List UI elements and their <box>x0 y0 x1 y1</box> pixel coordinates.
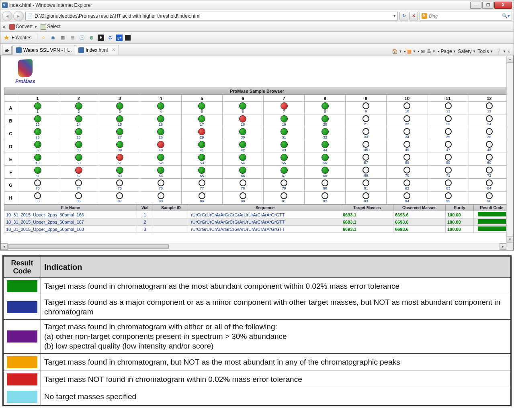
tab-index[interactable]: index.html ✕ <box>75 45 119 55</box>
table-row[interactable]: 10_31_2015_Upper_2pps_50pmol_1672rUrCrGr… <box>4 218 510 226</box>
address-bar[interactable]: 📄 D:\Oligionucleotides\Promass results\H… <box>25 12 398 20</box>
select-button[interactable]: Select <box>41 24 60 30</box>
fav-shortcut-1[interactable]: ☆ <box>40 34 47 41</box>
well-cell[interactable]: 74 <box>58 179 99 192</box>
horizontal-scrollbar[interactable]: ◄ ► <box>1 243 506 250</box>
scroll-thumb[interactable] <box>8 244 169 249</box>
help-button[interactable]: ❔▼ <box>495 48 506 55</box>
well-cell[interactable]: 42 <box>222 140 263 153</box>
well-cell[interactable]: 12 <box>469 102 510 114</box>
fav-shortcut-10[interactable] <box>125 35 131 41</box>
fav-shortcut-2[interactable]: ◉ <box>49 34 57 41</box>
well-cell[interactable]: 45 <box>346 140 387 153</box>
well-cell[interactable]: 9 <box>346 102 387 114</box>
pdf-toolbar-close[interactable]: ✕ <box>2 24 6 30</box>
col-sample-id[interactable]: Sample ID <box>153 205 189 211</box>
well-cell[interactable]: 36 <box>469 127 510 140</box>
well-cell[interactable]: 81 <box>346 179 387 192</box>
feeds-button[interactable]: ▦▼ <box>407 49 416 54</box>
well-cell[interactable]: 30 <box>222 127 263 140</box>
well-cell[interactable]: 73 <box>17 179 58 192</box>
well-cell[interactable]: 21 <box>346 114 387 127</box>
page-menu[interactable]: Page▼ <box>441 49 457 54</box>
well-cell[interactable]: 69 <box>346 166 387 179</box>
well-cell[interactable]: 55 <box>263 153 304 166</box>
well-cell[interactable]: 51 <box>99 153 140 166</box>
well-cell[interactable]: 82 <box>387 179 428 192</box>
well-cell[interactable]: 90 <box>222 192 263 204</box>
well-cell[interactable]: 54 <box>222 153 263 166</box>
home-button[interactable]: 🏠▼ <box>392 49 402 54</box>
well-cell[interactable]: 78 <box>222 179 263 192</box>
well-cell[interactable]: 75 <box>99 179 140 192</box>
quick-tabs-button[interactable]: ⊞▾ <box>2 46 12 55</box>
well-cell[interactable]: 25 <box>17 127 58 140</box>
scroll-right-icon[interactable]: ► <box>500 243 506 250</box>
well-cell[interactable]: 28 <box>140 127 181 140</box>
well-cell[interactable]: 4 <box>140 102 181 114</box>
search-box[interactable]: Bing 🔍▾ <box>420 12 512 20</box>
well-cell[interactable]: 18 <box>222 114 263 127</box>
well-cell[interactable]: 50 <box>58 153 99 166</box>
well-cell[interactable]: 26 <box>58 127 99 140</box>
maximize-button[interactable]: ❐ <box>482 2 494 9</box>
well-cell[interactable]: 24 <box>469 114 510 127</box>
well-cell[interactable]: 47 <box>428 140 469 153</box>
chevron-right-icon[interactable]: » <box>508 49 510 54</box>
well-cell[interactable]: 92 <box>305 192 346 204</box>
table-row[interactable]: 10_31_2015_Upper_2pps_50pmol_1683rUrCrGr… <box>4 226 510 233</box>
well-cell[interactable]: 38 <box>58 140 99 153</box>
well-cell[interactable]: 89 <box>181 192 222 204</box>
well-cell[interactable]: 94 <box>387 192 428 204</box>
scroll-up-icon[interactable]: ▲ <box>507 56 513 63</box>
well-cell[interactable]: 40 <box>140 140 181 153</box>
col-sequence[interactable]: Sequence <box>189 205 341 211</box>
minimize-button[interactable]: ─ <box>470 2 481 9</box>
print-button[interactable]: 🖶▼ <box>426 49 436 54</box>
well-cell[interactable]: 71 <box>428 166 469 179</box>
well-cell[interactable]: 23 <box>428 114 469 127</box>
well-cell[interactable]: 80 <box>305 179 346 192</box>
well-cell[interactable]: 68 <box>305 166 346 179</box>
well-cell[interactable]: 84 <box>469 179 510 192</box>
vertical-scrollbar[interactable]: ▲ ▼ <box>506 56 513 243</box>
tab-close-icon[interactable]: ✕ <box>112 47 115 53</box>
fav-shortcut-5[interactable]: 🕒 <box>78 34 86 41</box>
col-purity[interactable]: Purity <box>446 205 474 211</box>
well-cell[interactable]: 48 <box>469 140 510 153</box>
well-cell[interactable]: 7 <box>263 102 304 114</box>
convert-button[interactable]: Convert ▼ <box>9 24 37 30</box>
well-cell[interactable]: 6 <box>222 102 263 114</box>
well-cell[interactable]: 35 <box>428 127 469 140</box>
well-cell[interactable]: 52 <box>140 153 181 166</box>
col-result-code[interactable]: Result Code <box>474 205 510 211</box>
well-cell[interactable]: 34 <box>387 127 428 140</box>
well-cell[interactable]: 20 <box>305 114 346 127</box>
well-cell[interactable]: 14 <box>58 114 99 127</box>
well-cell[interactable]: 32 <box>305 127 346 140</box>
well-cell[interactable]: 79 <box>263 179 304 192</box>
well-cell[interactable]: 44 <box>305 140 346 153</box>
scroll-left-icon[interactable]: ◄ <box>1 243 8 250</box>
well-cell[interactable]: 91 <box>263 192 304 204</box>
well-cell[interactable]: 11 <box>428 102 469 114</box>
well-cell[interactable]: 64 <box>140 166 181 179</box>
col-target-masses[interactable]: Target Masses <box>341 205 393 211</box>
well-cell[interactable]: 87 <box>99 192 140 204</box>
well-cell[interactable]: 83 <box>428 179 469 192</box>
safety-menu[interactable]: Safety▼ <box>458 49 476 54</box>
well-cell[interactable]: 63 <box>99 166 140 179</box>
well-cell[interactable]: 66 <box>222 166 263 179</box>
well-cell[interactable]: 59 <box>428 153 469 166</box>
mail-button[interactable]: ✉ <box>421 49 425 54</box>
well-cell[interactable]: 95 <box>428 192 469 204</box>
well-cell[interactable]: 61 <box>17 166 58 179</box>
fav-shortcut-4[interactable]: ▤ <box>69 34 76 41</box>
well-cell[interactable]: 17 <box>181 114 222 127</box>
address-dropdown-icon[interactable]: ▾ <box>393 13 396 18</box>
well-cell[interactable]: 5 <box>181 102 222 114</box>
well-cell[interactable]: 93 <box>346 192 387 204</box>
well-cell[interactable]: 13 <box>17 114 58 127</box>
fav-shortcut-9[interactable]: g+ <box>116 35 123 41</box>
well-cell[interactable]: 41 <box>181 140 222 153</box>
